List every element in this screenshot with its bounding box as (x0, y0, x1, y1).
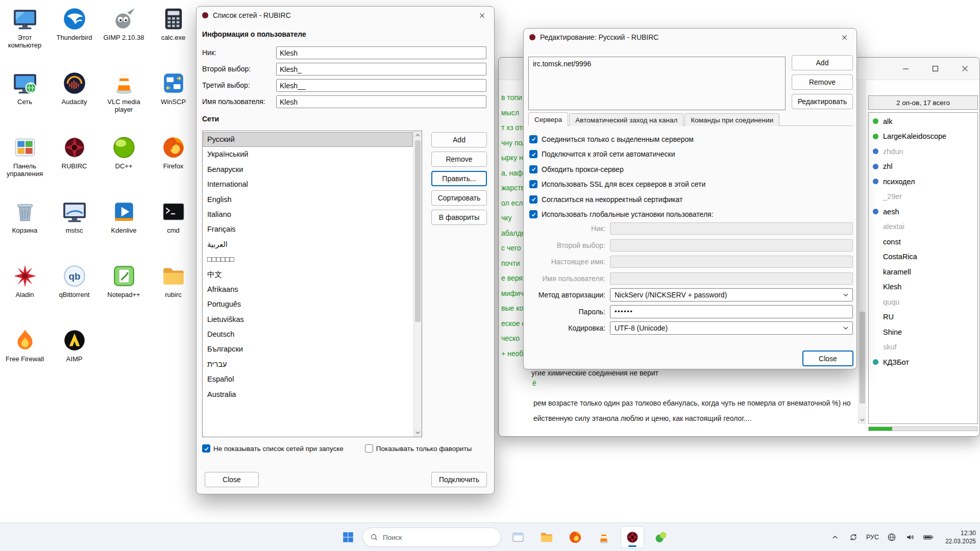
tab-0[interactable]: Сервера (528, 112, 568, 126)
desktop-icon-mstsc[interactable]: mstsc (50, 195, 99, 259)
desktop-icon-cmd[interactable]: cmd (149, 195, 198, 259)
network-item[interactable]: Български (203, 342, 413, 357)
tab-2[interactable]: Команды при соединении (684, 113, 779, 126)
tab-1[interactable]: Автоматический заход на канал (569, 113, 683, 126)
network-item[interactable]: Australia (203, 387, 413, 402)
edit-option-4[interactable]: Согласиться на некорректный сертификат (529, 192, 714, 207)
minimize-button[interactable] (896, 61, 915, 77)
scroll-down-icon[interactable] (859, 416, 866, 424)
user-list-item[interactable]: RU (869, 310, 977, 325)
network-item[interactable]: □□□□□□ (203, 252, 413, 267)
chevron-up-icon[interactable] (828, 531, 842, 544)
desktop-icon-this-pc[interactable]: Этот компьютер (0, 2, 50, 66)
user-list-item[interactable]: Shine (869, 324, 977, 340)
favorites-button[interactable]: В фавориты (431, 210, 487, 225)
network-icon[interactable] (885, 531, 898, 544)
network-dialog-checkbox-0[interactable]: Не показывать список сетей при запуске (202, 444, 344, 453)
taskbar-search[interactable]: Поиск (362, 528, 501, 547)
clock[interactable]: 12:30 22.03.2025 (940, 529, 976, 545)
checkbox[interactable] (365, 444, 373, 453)
desktop-icon-firefox[interactable]: Firefox (149, 131, 198, 195)
nick-input[interactable] (276, 46, 486, 59)
desktop-icon-kdenlive[interactable]: Kdenlive (99, 195, 149, 259)
sync-icon[interactable] (847, 531, 860, 544)
taskbar-vlc-button[interactable] (592, 526, 616, 548)
network-item[interactable]: Беларуски (203, 162, 413, 177)
username-input[interactable] (276, 95, 486, 108)
user-list-item[interactable]: психодел (869, 174, 977, 189)
desktop-icon-gimp[interactable]: GIMP 2.10.38 (99, 2, 149, 66)
checkbox[interactable] (529, 165, 537, 173)
edit-network-button[interactable]: Править... (431, 171, 487, 186)
checkbox[interactable] (529, 180, 537, 188)
network-item[interactable]: Deutsch (203, 327, 413, 342)
edit-option-1[interactable]: Подключится к этой сети автоматически (529, 147, 714, 162)
network-dialog-checkbox-1[interactable]: Показывать только фавориты (365, 444, 472, 453)
language-indicator[interactable]: РУС (865, 534, 880, 541)
close-button[interactable] (837, 31, 852, 44)
add-network-button[interactable]: Add (431, 132, 487, 147)
network-item[interactable]: Lietuviškas (203, 312, 413, 327)
desktop-icon-recycle-bin[interactable]: Корзина (0, 195, 50, 259)
alt-nick-input[interactable] (276, 63, 486, 76)
user-list-item[interactable]: КДЗБот (869, 355, 977, 370)
network-item[interactable]: Afrikaans (203, 282, 413, 297)
taskbar-rubirc-button[interactable] (621, 526, 644, 548)
close-button[interactable] (474, 9, 489, 22)
scroll-down-icon[interactable] (414, 429, 422, 437)
network-item[interactable]: Italiano (203, 207, 413, 222)
close-button[interactable] (955, 61, 974, 77)
desktop-icon-rubirc-folder[interactable]: rubirc (149, 259, 198, 323)
dialog-titlebar[interactable]: Список сетей - RUBIRC (197, 7, 494, 24)
desktop-icon-notepadpp[interactable]: Notepad++ (99, 259, 149, 323)
chat-scrollbar[interactable] (858, 80, 866, 424)
taskbar-app-window-button[interactable] (506, 526, 530, 548)
edit-option-5[interactable]: Использовать глобальные установки пользо… (529, 207, 714, 222)
checkbox[interactable] (529, 195, 537, 204)
scrollbar-thumb[interactable] (860, 312, 865, 404)
desktop-icon-firewall[interactable]: Free Firewall (0, 323, 50, 388)
user-list-item[interactable]: aesh (869, 204, 977, 219)
desktop-icon-aimp[interactable]: AIMP (50, 323, 99, 388)
user-list-item[interactable]: Klesh (869, 280, 977, 295)
edit-option-3[interactable]: Использовать SSL для всех серверов в это… (529, 177, 714, 192)
network-item[interactable]: Français (203, 222, 413, 237)
server-item[interactable]: irc.tomsk.net/9996 (529, 57, 785, 70)
scrollbar-thumb[interactable] (415, 140, 421, 322)
taskbar-green-app-button[interactable] (649, 526, 673, 548)
list-scrollbar[interactable] (413, 131, 422, 437)
start-button[interactable] (337, 526, 359, 548)
checkbox[interactable] (529, 210, 537, 218)
third-nick-input[interactable] (276, 79, 486, 92)
network-item[interactable]: 中文 (203, 267, 413, 282)
scroll-up-icon[interactable] (414, 131, 422, 139)
desktop-icon-winscp[interactable]: WinSCP (149, 66, 198, 131)
desktop-icon-thunderbird[interactable]: Thunderbird (50, 2, 99, 66)
desktop-icon-qbittorrent[interactable]: qbqBittorrent (50, 259, 99, 323)
network-item[interactable]: International (203, 177, 413, 192)
desktop-icon-control-panel[interactable]: Панель управления (0, 131, 50, 195)
user-list-item[interactable]: karamell (869, 264, 977, 280)
auth-method-select[interactable]: NickServ (/NICKSERV + password) (610, 288, 853, 302)
checkbox[interactable] (202, 444, 210, 453)
edit-option-2[interactable]: Обходить прокси-сервер (529, 162, 714, 177)
desktop-icon-aladin[interactable]: Aladin (0, 259, 50, 323)
desktop-icon-network[interactable]: Сеть (0, 66, 50, 131)
user-list-item[interactable]: ququ (869, 294, 977, 310)
desktop-icon-audacity[interactable]: Audacity (50, 66, 99, 131)
user-list-item[interactable]: alextai (869, 219, 977, 235)
network-item[interactable]: עברית (203, 357, 413, 372)
dialog-titlebar[interactable]: Редактирование: Русский - RUBIRC (524, 29, 856, 46)
volume-icon[interactable] (903, 531, 917, 544)
network-item[interactable]: Русский (203, 132, 413, 147)
user-list-item[interactable]: alk (869, 114, 977, 129)
network-item[interactable]: Español (203, 372, 413, 387)
close-dialog-button[interactable]: Close (205, 472, 259, 487)
encoding-select[interactable]: UTF-8 (Unicode) (610, 321, 853, 335)
user-list-item[interactable]: const (869, 234, 977, 249)
edit-option-0[interactable]: Соединиться только с выделенным сервером (529, 132, 714, 147)
maximize-button[interactable] (925, 61, 945, 77)
desktop-icon-calc[interactable]: calc.exe (149, 2, 198, 66)
user-list-item[interactable]: zhl (869, 159, 977, 174)
close-dialog-button[interactable]: Close (802, 350, 853, 366)
